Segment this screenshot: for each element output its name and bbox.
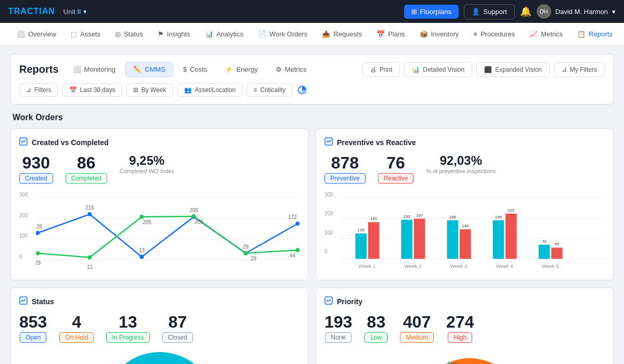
zap-icon: ⚡ (225, 66, 233, 73)
work-orders-section-title: Work Orders (12, 113, 614, 122)
logo: TRACTIAN (8, 7, 55, 16)
user-name: David M. Harmon (555, 8, 608, 16)
tab-metrics[interactable]: ⚙ Metrics (268, 62, 315, 77)
flag-icon: ⚑ (158, 30, 164, 38)
nav-overview[interactable]: ⬜Overview (10, 26, 62, 42)
line-chart-container: 300 200 100 0 (19, 192, 300, 271)
svg-point-20 (88, 255, 92, 259)
svg-text:205: 205 (142, 219, 151, 225)
svg-text:205: 205 (189, 207, 198, 213)
nav-analytics[interactable]: 📊Analytics (199, 26, 250, 42)
filters-button[interactable]: ⊿ Filters (19, 83, 58, 97)
status-title: Status (19, 296, 300, 306)
nav-work-orders[interactable]: 📄Work Orders (252, 26, 314, 42)
svg-rect-42 (414, 219, 425, 259)
tab-cmms[interactable]: ✏️ CMMS (125, 62, 173, 77)
open-stat: 853 Open (19, 314, 47, 343)
filter-icon: ⊿ (26, 86, 31, 94)
expanded-vision-button[interactable]: ⬛ Expanded Vision (476, 62, 550, 77)
svg-text:125: 125 (358, 228, 365, 232)
unit-label: Unit II (63, 8, 81, 16)
svg-text:13: 13 (139, 248, 145, 253)
line-chart-svg: 128 216 13 205 29 172 29 11 (36, 192, 300, 270)
sliders-icon: ⚙ (276, 66, 282, 73)
status-chart-icon (19, 296, 28, 306)
preventive-reactive-stats: 878 Preventive 76 Reactive 92,03% % of p… (324, 154, 605, 184)
grid-icon: ⊞ (133, 86, 138, 94)
svg-text:181: 181 (370, 216, 377, 221)
nav-status[interactable]: ◎Status (109, 26, 149, 42)
tab-costs[interactable]: $ Costs (175, 62, 215, 77)
priority-chart-icon (324, 296, 333, 306)
nav-requests[interactable]: 📥Requests (316, 26, 368, 42)
page-title: Reports (19, 63, 59, 75)
svg-point-28 (296, 248, 300, 252)
svg-text:144: 144 (462, 224, 469, 228)
pie-chart-filter-icon[interactable] (296, 84, 308, 96)
svg-text:222: 222 (508, 208, 514, 213)
svg-point-8 (88, 212, 92, 216)
created-stat: 930 Created (19, 154, 53, 184)
svg-text:70: 70 (542, 239, 547, 244)
high-stat: 274 High (446, 314, 474, 343)
chevron-down-icon: ▾ (83, 8, 87, 16)
preventive-vs-reactive-title: Preventive vs Reactive (324, 137, 605, 147)
svg-rect-40 (401, 219, 412, 258)
floorplans-button[interactable]: ⊞ Floorplans (404, 5, 459, 19)
box-icon: ⬚ (71, 30, 77, 38)
printer-icon: 🖨 (370, 66, 376, 73)
file-icon: 📋 (577, 30, 586, 38)
nav-procedures[interactable]: ≡Procedures (467, 26, 521, 42)
edit-chart-icon-2 (324, 137, 333, 147)
unit-selector[interactable]: Unit II ▾ (63, 8, 87, 16)
svg-point-6 (36, 231, 40, 235)
nav-inventory[interactable]: 📦Inventory (413, 26, 465, 42)
expand-icon: ⬛ (484, 66, 492, 73)
asset-location-button[interactable]: 👥 Asset/Location (177, 83, 243, 97)
svg-text:29: 29 (243, 244, 249, 250)
low-stat: 83 Low (365, 314, 387, 343)
nav-insights[interactable]: ⚑Insights (151, 26, 197, 42)
nav-plans[interactable]: 📅Plans (370, 26, 411, 42)
groupby-button[interactable]: ⊞ By Week (126, 83, 173, 97)
criticality-button[interactable]: ≡ Criticality (246, 83, 292, 97)
bar-chart-svg: 125 181 Week 1 193 197 Week 2 189 144 We… (340, 192, 605, 270)
my-filters-button[interactable]: ⊿ My Filters (554, 62, 605, 77)
date-range-button[interactable]: 📅 Last 30 days (62, 83, 122, 97)
svg-text:189: 189 (449, 215, 456, 219)
created-completed-stats: 930 Created 86 Completed 9,25% Completed… (19, 154, 300, 184)
main-content: Reports ⬜ Monitoring ✏️ CMMS $ Costs ⚡ E… (0, 46, 624, 364)
list-icon: ≡ (253, 86, 257, 94)
svg-text:55: 55 (555, 242, 560, 246)
charts-grid: Created vs Completed 930 Created 86 Comp… (10, 128, 614, 364)
user-menu[interactable]: DH David M. Harmon ▾ (537, 4, 616, 19)
status-stats: 853 Open 4 On Hold 13 In Progress 87 Clo… (19, 314, 300, 343)
none-stat: 193 None (324, 314, 352, 343)
print-button[interactable]: 🖨 Print (362, 62, 400, 77)
svg-point-18 (36, 251, 40, 255)
filter-icon: ⊿ (562, 66, 567, 73)
support-button[interactable]: 👤 Support (464, 4, 515, 19)
svg-text:11: 11 (87, 264, 93, 270)
svg-rect-55 (539, 244, 550, 258)
nav-assets[interactable]: ⬚Assets (64, 26, 107, 42)
detailed-vision-button[interactable]: 📊 Detailed Vision (404, 62, 472, 77)
svg-text:Week 2: Week 2 (405, 263, 422, 269)
svg-text:29: 29 (36, 260, 41, 266)
bar-chart-icon: 📊 (205, 30, 213, 38)
nav-metrics[interactable]: 📈Metrics (523, 26, 569, 42)
list-icon: ≡ (473, 30, 477, 38)
floorplans-icon: ⊞ (411, 8, 417, 16)
status-donut-svg: Open (102, 351, 217, 364)
tab-monitoring[interactable]: ⬜ Monitoring (65, 62, 124, 77)
priority-stats: 193 None 83 Low 407 Medium 274 High (324, 314, 605, 343)
tab-energy[interactable]: ⚡ Energy (217, 62, 265, 77)
bar-chart-container: 300 200 100 0 125 181 (324, 192, 605, 271)
svg-rect-47 (460, 229, 471, 259)
y-axis-labels: 300 200 100 0 (19, 192, 30, 259)
created-vs-completed-title: Created vs Completed (19, 137, 300, 147)
priority-title: Priority (324, 296, 605, 306)
filter-row: ⊿ Filters 📅 Last 30 days ⊞ By Week 👥 Ass… (19, 83, 605, 97)
nav-reports[interactable]: 📋Reports (571, 26, 619, 42)
notification-bell-icon[interactable]: 🔔 (520, 6, 531, 17)
